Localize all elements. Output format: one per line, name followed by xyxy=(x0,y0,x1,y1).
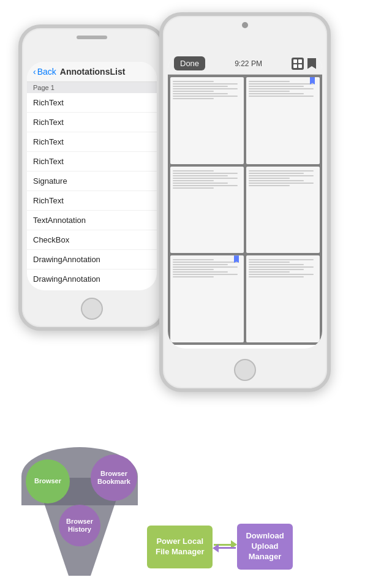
local-manager-label: Power Local File Manager xyxy=(156,537,204,557)
page-thumbnail xyxy=(170,167,244,254)
list-item[interactable]: Signature xyxy=(27,172,157,191)
local-manager-box: Power Local File Manager xyxy=(147,526,213,568)
thumbnail-cell[interactable] xyxy=(170,255,244,342)
done-button[interactable]: Done xyxy=(174,56,205,70)
phone-home-button[interactable] xyxy=(234,359,256,381)
page-thumbnail xyxy=(246,77,320,164)
annotation-label: RichText xyxy=(33,157,64,166)
page-thumbnail xyxy=(170,255,244,342)
upload-manager-label: Download Upload Manager xyxy=(246,531,284,562)
phone-thumbnails: Done 9:22 PM xyxy=(159,12,331,392)
list-item[interactable]: DrawingAnnotation xyxy=(27,250,157,270)
phone-speaker xyxy=(77,36,107,39)
bookmark-bubble: Browser Bookmark xyxy=(91,454,137,501)
browser-label: Browser xyxy=(34,477,61,485)
phone1-screen: ‹ Back AnnotationsList Page 1 RichText R… xyxy=(27,62,157,290)
back-arrow xyxy=(214,547,236,549)
phone-camera xyxy=(242,22,248,28)
annotation-label: CheckBox xyxy=(33,235,69,244)
back-label: Back xyxy=(37,67,56,77)
thumbnail-cell[interactable] xyxy=(246,255,320,342)
annotation-label: RichText xyxy=(33,196,64,205)
annotation-label: Signature xyxy=(33,176,67,186)
list-item[interactable]: CheckBox xyxy=(27,230,157,250)
phone-home-button[interactable] xyxy=(81,298,103,320)
annotations-list: RichText RichText RichText RichText Sign… xyxy=(27,93,157,288)
back-button[interactable]: ‹ Back xyxy=(33,67,56,77)
status-time: 9:22 PM xyxy=(235,59,262,68)
thumbnail-grid xyxy=(168,75,322,345)
thumbnail-cell[interactable] xyxy=(246,167,320,254)
list-item[interactable]: DrawingAnnotation xyxy=(27,270,157,288)
annotation-label: DrawingAnnotation xyxy=(33,274,100,284)
header-icons xyxy=(292,58,316,70)
grid-view-icon[interactable] xyxy=(292,58,304,70)
bookmark-icon[interactable] xyxy=(307,58,316,69)
list-item[interactable]: RichText xyxy=(27,152,157,172)
browser-bubble: Browser xyxy=(26,459,70,503)
list-item[interactable]: RichText xyxy=(27,113,157,132)
list-item[interactable]: RichText xyxy=(27,191,157,211)
phone2-screen: Done 9:22 PM xyxy=(168,53,322,349)
annotations-header: ‹ Back AnnotationsList xyxy=(27,62,157,82)
thumbnail-header: Done 9:22 PM xyxy=(168,53,322,75)
page-number-label: Page 1 xyxy=(33,84,55,91)
flow-diagram: Power Local File Manager Download Upload… xyxy=(147,524,293,570)
list-item[interactable]: RichText xyxy=(27,93,157,113)
thumbnail-cell[interactable] xyxy=(170,77,244,164)
history-label: Browser History xyxy=(66,518,93,533)
annotation-label: RichText xyxy=(33,118,64,127)
history-bubble: Browser History xyxy=(59,505,100,546)
annotation-label: TextAnnotation xyxy=(33,216,86,225)
annotations-title: AnnotationsList xyxy=(60,67,126,77)
page-thumbnail xyxy=(246,167,320,254)
page-thumbnail xyxy=(170,77,244,164)
back-chevron-icon: ‹ xyxy=(33,67,36,77)
thumbnail-cell[interactable] xyxy=(170,167,244,254)
thumbnail-cell[interactable] xyxy=(246,77,320,164)
phone-annotations: ‹ Back AnnotationsList Page 1 RichText R… xyxy=(18,24,165,331)
page-header: Page 1 xyxy=(27,82,157,93)
list-item[interactable]: TextAnnotation xyxy=(27,211,157,230)
funnel-diagram: Browser Browser Bookmark Browser History xyxy=(12,441,147,576)
annotation-label: RichText xyxy=(33,98,64,107)
list-item[interactable]: RichText xyxy=(27,132,157,152)
upload-manager-box: Download Upload Manager xyxy=(237,524,292,570)
page-thumbnail xyxy=(246,255,320,342)
annotation-label: DrawingAnnotation xyxy=(33,255,100,264)
bookmark-label: Browser Bookmark xyxy=(97,470,130,486)
annotation-label: RichText xyxy=(33,137,64,146)
